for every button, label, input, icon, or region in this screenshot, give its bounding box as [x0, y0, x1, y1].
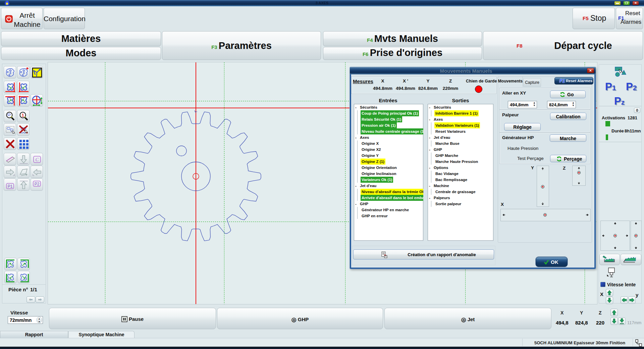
svg-text:C: C	[35, 157, 39, 162]
svg-text:1: 1	[21, 113, 24, 118]
svg-text:P2: P2	[35, 182, 40, 186]
svg-text:P1: P1	[8, 184, 13, 189]
